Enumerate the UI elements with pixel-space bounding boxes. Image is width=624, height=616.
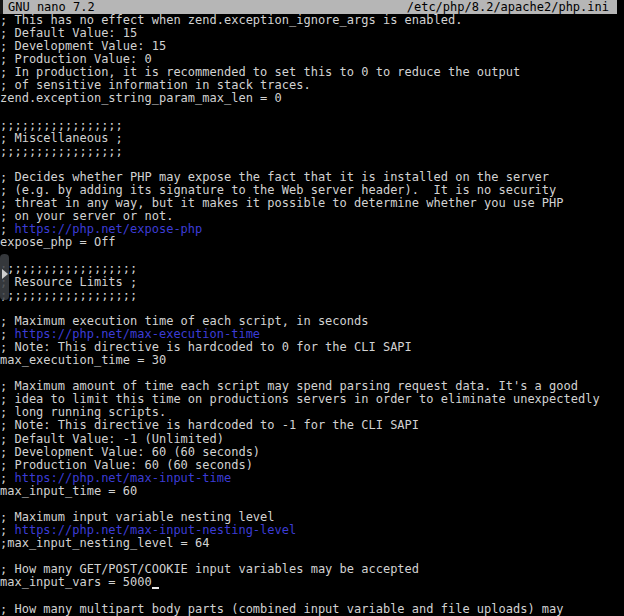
nano-app-version: GNU nano 7.2	[8, 0, 95, 14]
right-arrow-icon	[2, 269, 8, 279]
line-text: ; on your server or not.	[0, 209, 173, 223]
left-edge-position-marker	[0, 254, 9, 300]
php-net-link[interactable]: https://php.net/max-execution-time	[14, 327, 260, 341]
line-text: ;	[0, 523, 14, 537]
line-text: ; Development Value: 15	[0, 39, 166, 53]
php-net-link[interactable]: https://php.net/max-input-nesting-level	[14, 523, 296, 537]
line-text: ;max_input_nesting_level = 64	[0, 536, 210, 550]
line-text: ; How many multipart body parts (combine…	[0, 602, 564, 616]
titlebar-left-notch	[0, 0, 3, 14]
line-text: ; of sensitive information in stack trac…	[0, 78, 311, 92]
nano-titlebar: GNU nano 7.2 /etc/php/8.2/apache2/php.in…	[0, 0, 617, 14]
line-text: ; Note: This directive is hardcoded to -…	[0, 418, 419, 432]
line-text: ;	[0, 222, 14, 236]
line-text: ;	[0, 471, 14, 485]
line-text: max_input_time = 60	[0, 484, 137, 498]
line-text: ; (e.g. by adding its signature to the W…	[0, 183, 556, 197]
line-text: ; Production Value: 0	[0, 52, 152, 66]
line-text: ;;;;;;;;;;;;;;;;;	[0, 144, 123, 158]
editor-line: expose_php = Off	[0, 236, 624, 249]
line-text: ; idea to limit this time on productions…	[0, 392, 600, 406]
editor-content[interactable]: ; This has no effect when zend.exception…	[0, 14, 624, 616]
line-text: ;;;;;;;;;;;;;;;;;	[0, 118, 123, 132]
line-text: expose_php = Off	[0, 235, 116, 249]
line-text: ; How many GET/POST/COOKIE input variabl…	[0, 562, 419, 576]
editor-line: max_input_time = 60	[0, 485, 624, 498]
line-text: zend.exception_string_param_max_len = 0	[0, 91, 282, 105]
editor-line: zend.exception_string_param_max_len = 0	[0, 92, 624, 105]
line-text: ; Default Value: -1 (Unlimited)	[0, 432, 224, 446]
line-text: max_execution_time = 30	[0, 353, 166, 367]
line-text: ;	[0, 327, 14, 341]
line-text: ;;;;;;;;;;;;;;;;;;;	[0, 288, 137, 302]
line-text: ; Production Value: 60 (60 seconds)	[0, 458, 253, 472]
editor-line: ;;;;;;;;;;;;;;;;;;;	[0, 289, 624, 302]
php-net-link[interactable]: https://php.net/expose-php	[14, 222, 202, 236]
line-text: ; Note: This directive is hardcoded to 0…	[0, 340, 412, 354]
editor-line: ;max_input_nesting_level = 64	[0, 537, 624, 550]
line-text: ; Decides whether PHP may expose the fac…	[0, 170, 549, 184]
line-text: max_input_vars = 5000	[0, 575, 152, 589]
php-net-link[interactable]: https://php.net/max-input-time	[14, 471, 231, 485]
nano-window: GNU nano 7.2 /etc/php/8.2/apache2/php.in…	[0, 0, 624, 616]
editor-line: ;;;;;;;;;;;;;;;;;	[0, 145, 624, 158]
editor-line: ; How many multipart body parts (combine…	[0, 603, 624, 616]
editor-line: max_execution_time = 30	[0, 354, 624, 367]
line-text: ; This has no effect when zend.exception…	[0, 13, 462, 27]
line-text: ;;;;;;;;;;;;;;;;;;;	[0, 261, 137, 275]
line-text: ; Default Value: 15	[0, 26, 137, 40]
line-text: ; Development Value: 60 (60 seconds)	[0, 445, 260, 459]
line-text: ; threat in any way, but it makes it pos…	[0, 196, 564, 210]
line-text: ; long running scripts.	[0, 405, 166, 419]
editor-line: max_input_vars = 5000	[0, 576, 624, 589]
line-text: ; Miscellaneous ;	[0, 131, 123, 145]
editor-lines: ; This has no effect when zend.exception…	[0, 14, 624, 616]
nano-file-path: /etc/php/8.2/apache2/php.ini	[407, 0, 609, 14]
line-text: ; In production, it is recommended to se…	[0, 65, 520, 79]
line-text: ; Maximum amount of time each script may…	[0, 379, 578, 393]
text-cursor	[152, 576, 159, 589]
line-text: ; Maximum input variable nesting level	[0, 510, 275, 524]
line-text: ; Maximum execution time of each script,…	[0, 314, 368, 328]
line-text: ; Resource Limits ;	[0, 275, 137, 289]
